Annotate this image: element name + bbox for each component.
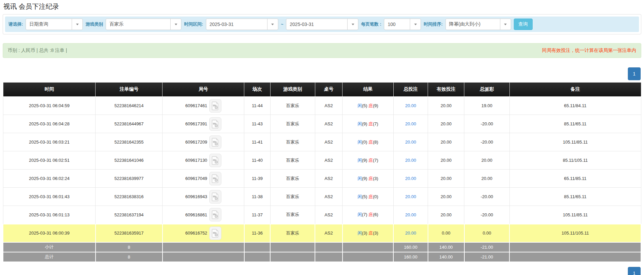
cell-time: 2025-03-31 06:04:59 [3,97,96,115]
date-from-select[interactable]: 2025-03-31 [206,19,278,30]
cell-session: 11-39 [244,170,271,188]
cell-remark: 85.11/65.11 [509,115,641,133]
time-sort-value: 降幂(由大到小) [446,21,484,27]
cell-valid-bet: 20.00 [428,188,464,206]
column-header-2: 局号 [163,83,244,97]
cell-session: 11-41 [244,133,271,151]
query-button[interactable]: 查询 [514,19,533,30]
page-size-select[interactable]: 100 [384,19,421,30]
video-file-icon[interactable] [209,226,221,240]
round-id-text: 609616861 [185,212,207,217]
column-header-3: 场次 [244,83,271,97]
currency-total-text: 币别 : 人民币 | 总共 :8 注单 | [8,48,67,54]
cell-total-bet: 20.00 [393,170,428,188]
result-banker-label: 庄 [368,231,373,236]
footer-empty [270,242,315,252]
date-to-select[interactable]: 2025-03-31 [286,19,358,30]
total-bet-link[interactable]: 20.00 [405,212,416,217]
pagination-page-1-bottom[interactable]: 1 [628,267,641,275]
cell-session: 11-40 [244,151,271,170]
footer-payout: -21.00 [464,252,510,262]
cell-valid-bet: 20.00 [428,133,464,151]
cell-bet-id: 522381646214 [96,97,163,115]
cell-result: 闲(9) 庄(7) [343,115,394,133]
cell-remark: 105.11/85.11 [509,206,641,224]
table-header-row: 时间注单编号局号场次游戏类别桌号结果总投注有效投注总派彩备注 [3,83,641,97]
footer-empty [509,252,641,262]
footer-count: 8 [96,242,163,252]
video-file-icon[interactable] [209,190,221,204]
video-file-icon[interactable] [209,99,221,113]
total-bet-link[interactable]: 20.00 [405,140,416,145]
cell-result: 闲(3) 庄(3) [343,224,394,242]
total-bet-link[interactable]: 20.00 [405,158,416,163]
cell-valid-bet: 20.00 [428,115,464,133]
game-type-select[interactable]: 百家乐 [106,19,181,30]
cell-bet-id: 522381641046 [96,151,163,170]
footer-payout: -21.00 [464,242,510,252]
footer-label: 小计 [3,242,96,252]
chevron-down-icon [72,19,82,30]
pagination-page-1[interactable]: 1 [628,67,641,80]
cell-payout: 0.00 [464,224,510,242]
game-type-label: 游戏类别 [85,21,103,27]
cell-round-id: 609616861 [163,206,244,224]
footer-empty [163,252,244,262]
result-banker-points: (9) [373,103,378,108]
page-size-value: 100 [384,22,399,27]
cell-bet-id: 522381635917 [96,224,163,242]
video-file-icon[interactable] [209,135,221,149]
result-player-label: 闲 [358,176,362,181]
result-banker-label: 庄 [368,140,373,145]
table-row: 2025-03-31 06:00:39522381635917609616752… [3,224,641,242]
column-header-6: 结果 [343,83,394,97]
result-banker-points: (7) [373,158,378,163]
footer-count: 8 [96,252,163,262]
query-type-select[interactable]: 日期查询 [26,19,83,30]
video-file-icon[interactable] [209,208,221,221]
total-bet-link[interactable]: 20.00 [405,121,416,126]
cell-total-bet: 20.00 [393,206,428,224]
select-type-label: 请选择: [8,21,23,27]
cell-game-type: 百家乐 [270,170,315,188]
cell-remark: 85.11/65.11 [509,188,641,206]
result-player-points: (0) [362,140,369,145]
result-player-label: 闲 [358,212,362,217]
video-file-icon[interactable] [209,172,221,185]
video-file-icon[interactable] [209,154,221,167]
round-id-text: 609617209 [185,140,207,145]
table-row: 2025-03-31 06:02:51522381641046609617130… [3,151,641,170]
result-player-points: (9) [362,158,369,163]
cell-payout: -20.00 [464,206,510,224]
total-bet-link[interactable]: 20.00 [405,194,416,199]
cell-table-no: AS2 [315,133,343,151]
summary-bar: 币别 : 人民币 | 总共 :8 注单 | 同局有效投注，统一计算在该局第一张注… [3,43,641,58]
cell-table-no: AS2 [315,97,343,115]
result-player-label: 闲 [358,194,362,199]
column-header-0: 时间 [3,83,96,97]
footer-empty [343,242,394,252]
tilde-separator: ~ [281,22,284,27]
total-bet-link[interactable]: 20.00 [405,103,416,108]
pagination-bottom: 1 [3,267,641,275]
time-sort-select[interactable]: 降幂(由大到小) [445,19,511,30]
cell-remark: 105.11/85.11 [509,133,641,151]
round-id-text: 609616943 [185,194,207,199]
cell-bet-id: 522381638316 [96,188,163,206]
result-player-label: 闲 [358,231,362,236]
video-file-icon[interactable] [209,117,221,131]
cell-game-type: 百家乐 [270,188,315,206]
total-bet-link[interactable]: 20.00 [405,176,416,181]
time-range-label: 时间区间: [184,21,203,27]
cell-valid-bet: 20.00 [428,170,464,188]
cell-payout: 19.00 [464,97,510,115]
cell-payout: -20.00 [464,188,510,206]
result-banker-label: 庄 [368,121,373,126]
total-bet-link[interactable]: 20.00 [405,231,416,236]
cell-bet-id: 522381644967 [96,115,163,133]
chevron-down-icon [267,19,278,30]
page-title: 视讯 会员下注纪录 [3,2,644,11]
cell-time: 2025-03-31 06:00:39 [3,224,96,242]
cell-result: 闲(5) 庄(9) [343,97,394,115]
cell-session: 11-36 [244,224,271,242]
